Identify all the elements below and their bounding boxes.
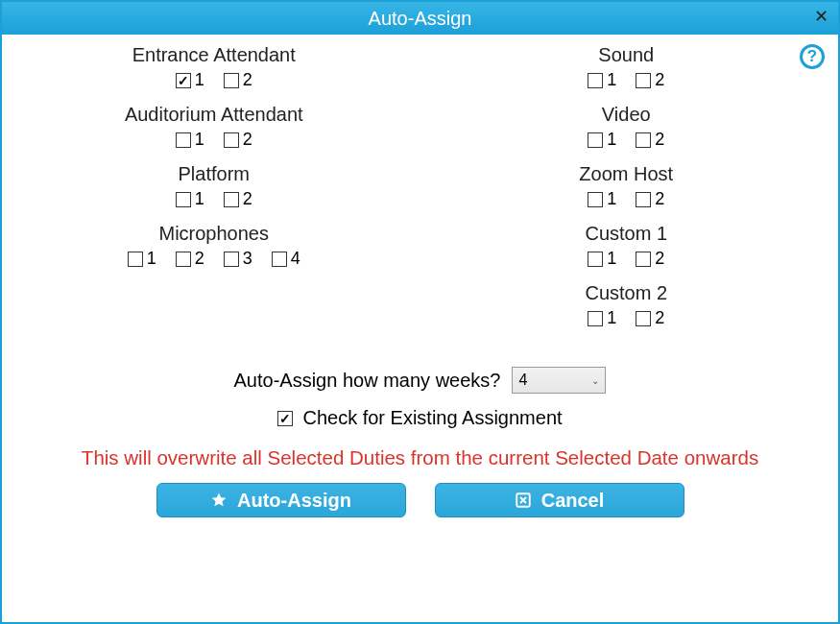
duty-checkbox-label: 1 <box>607 189 616 209</box>
duty-checkbox-row: 12 <box>588 70 664 90</box>
options-section: Auto-Assign how many weeks? 4 ⌄ Check fo… <box>17 367 823 429</box>
checkbox-icon <box>176 132 191 148</box>
checkbox-icon <box>176 252 191 267</box>
duty-checkbox[interactable]: 1 <box>176 70 204 90</box>
duty-checkbox-label: 1 <box>195 189 204 209</box>
duty-checkbox-label: 2 <box>195 249 204 269</box>
duty-column-right: Sound12Video12Zoom Host12Custom 112Custo… <box>430 44 824 342</box>
duty-checkbox[interactable]: 1 <box>176 130 204 150</box>
duty-group-label: Microphones <box>128 223 300 245</box>
duty-group-label: Entrance Attendant <box>132 44 296 66</box>
weeks-select[interactable]: 4 ⌄ <box>512 367 606 394</box>
button-row: Auto-Assign Cancel <box>17 483 823 517</box>
weeks-value: 4 <box>518 372 527 389</box>
duty-checkbox-row: 12 <box>125 130 303 150</box>
checkbox-icon <box>176 192 191 207</box>
duty-checkbox-label: 2 <box>243 130 252 150</box>
duty-group: Auditorium Attendant12 <box>125 104 303 150</box>
duty-checkbox[interactable]: 2 <box>176 249 204 269</box>
duty-columns: Entrance Attendant12Auditorium Attendant… <box>17 44 823 342</box>
chevron-down-icon: ⌄ <box>591 375 599 386</box>
duty-group: Custom 212 <box>585 282 667 328</box>
checkbox-icon <box>588 311 603 326</box>
checkbox-icon <box>272 252 287 267</box>
checkbox-icon <box>224 192 239 207</box>
checkbox-icon <box>588 73 603 88</box>
duty-checkbox-row: 12 <box>176 189 252 209</box>
duty-group: Platform12 <box>176 163 252 209</box>
duty-checkbox[interactable]: 1 <box>588 249 616 269</box>
checkbox-icon <box>636 311 651 326</box>
duty-checkbox-label: 1 <box>607 308 616 328</box>
checkbox-icon <box>224 132 239 148</box>
cancel-button[interactable]: Cancel <box>435 483 684 517</box>
duty-group: Sound12 <box>588 44 664 90</box>
duty-checkbox-label: 2 <box>655 249 664 269</box>
checkbox-icon <box>588 192 603 207</box>
checkbox-icon <box>636 73 651 88</box>
duty-checkbox-label: 2 <box>655 130 664 150</box>
checkbox-icon <box>588 132 603 148</box>
duty-checkbox[interactable]: 4 <box>272 249 300 269</box>
duty-checkbox-row: 1234 <box>128 249 300 269</box>
help-icon[interactable]: ? <box>800 44 825 69</box>
weeks-label: Auto-Assign how many weeks? <box>234 370 501 392</box>
checkbox-icon <box>636 252 651 267</box>
checkbox-icon <box>588 252 603 267</box>
duty-column-left: Entrance Attendant12Auditorium Attendant… <box>17 44 411 342</box>
duty-checkbox-row: 12 <box>585 249 667 269</box>
duty-group-label: Custom 2 <box>585 282 667 304</box>
duty-checkbox[interactable]: 2 <box>636 308 664 328</box>
duty-checkbox[interactable]: 1 <box>588 70 616 90</box>
duty-checkbox[interactable]: 1 <box>128 249 156 269</box>
auto-assign-dialog: Auto-Assign ✕ ? Entrance Attendant12Audi… <box>0 0 840 624</box>
duty-checkbox[interactable]: 2 <box>636 249 664 269</box>
duty-checkbox-label: 3 <box>243 249 252 269</box>
close-icon[interactable]: ✕ <box>814 8 828 25</box>
checkbox-icon <box>636 132 651 148</box>
checkbox-icon <box>224 73 239 88</box>
duty-checkbox-row: 12 <box>585 308 667 328</box>
auto-assign-button[interactable]: Auto-Assign <box>156 483 406 517</box>
duty-checkbox-label: 1 <box>607 130 616 150</box>
duty-checkbox-label: 1 <box>607 249 616 269</box>
duty-group: Entrance Attendant12 <box>132 44 296 90</box>
duty-checkbox[interactable]: 2 <box>636 70 664 90</box>
duty-checkbox[interactable]: 2 <box>636 189 664 209</box>
check-existing-label: Check for Existing Assignment <box>302 407 562 429</box>
duty-checkbox-row: 12 <box>588 130 664 150</box>
duty-checkbox-label: 2 <box>655 308 664 328</box>
cancel-x-icon <box>515 492 532 509</box>
checkbox-icon <box>224 252 239 267</box>
duty-group: Zoom Host12 <box>579 163 673 209</box>
duty-checkbox-row: 12 <box>132 70 296 90</box>
duty-checkbox-label: 1 <box>607 70 616 90</box>
duty-checkbox[interactable]: 1 <box>588 130 616 150</box>
titlebar: Auto-Assign ✕ <box>2 2 838 35</box>
duty-checkbox[interactable]: 2 <box>636 130 664 150</box>
duty-group: Microphones1234 <box>128 223 300 269</box>
duty-checkbox-label: 2 <box>655 70 664 90</box>
duty-group: Custom 112 <box>585 223 667 269</box>
warning-text: This will overwrite all Selected Duties … <box>17 446 823 469</box>
duty-group-label: Video <box>588 104 664 126</box>
duty-checkbox-label: 2 <box>243 189 252 209</box>
star-icon <box>210 492 228 509</box>
duty-checkbox-label: 1 <box>195 70 204 90</box>
duty-group-label: Auditorium Attendant <box>125 104 303 126</box>
check-existing-checkbox[interactable] <box>277 411 293 426</box>
duty-checkbox-label: 1 <box>195 130 204 150</box>
duty-checkbox[interactable]: 2 <box>224 130 252 150</box>
weeks-row: Auto-Assign how many weeks? 4 ⌄ <box>234 367 607 394</box>
duty-group: Video12 <box>588 104 664 150</box>
duty-checkbox[interactable]: 1 <box>176 189 204 209</box>
duty-checkbox[interactable]: 2 <box>224 70 252 90</box>
duty-checkbox[interactable]: 3 <box>224 249 252 269</box>
auto-assign-label: Auto-Assign <box>237 490 351 512</box>
duty-checkbox[interactable]: 1 <box>588 189 616 209</box>
duty-checkbox[interactable]: 1 <box>588 308 616 328</box>
duty-checkbox[interactable]: 2 <box>224 189 252 209</box>
dialog-title: Auto-Assign <box>369 8 472 30</box>
duty-group-label: Sound <box>588 44 664 66</box>
duty-checkbox-label: 4 <box>291 249 300 269</box>
